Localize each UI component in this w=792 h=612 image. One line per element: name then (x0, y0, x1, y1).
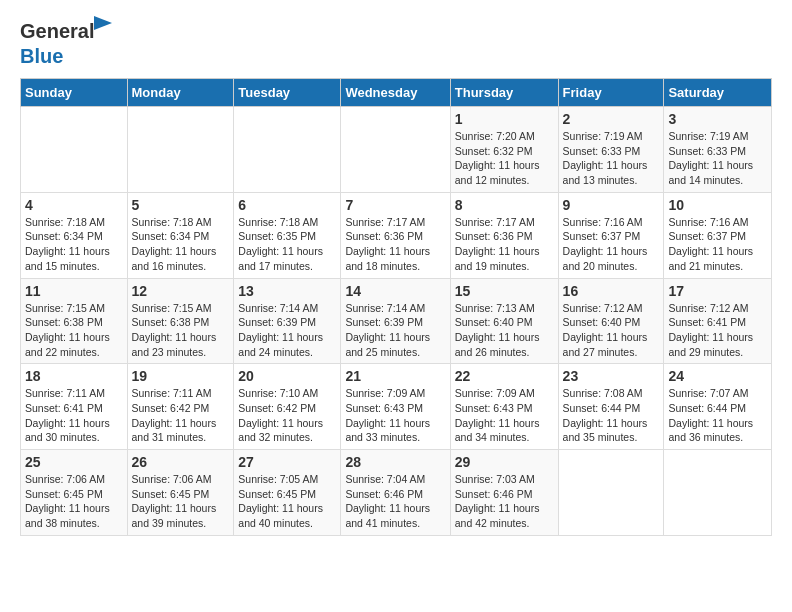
calendar-cell: 11Sunrise: 7:15 AM Sunset: 6:38 PM Dayli… (21, 278, 128, 364)
calendar-week-5: 25Sunrise: 7:06 AM Sunset: 6:45 PM Dayli… (21, 450, 772, 536)
calendar-cell: 13Sunrise: 7:14 AM Sunset: 6:39 PM Dayli… (234, 278, 341, 364)
day-info: Sunrise: 7:16 AM Sunset: 6:37 PM Dayligh… (563, 215, 660, 274)
day-info: Sunrise: 7:15 AM Sunset: 6:38 PM Dayligh… (25, 301, 123, 360)
day-number: 24 (668, 368, 767, 384)
day-info: Sunrise: 7:19 AM Sunset: 6:33 PM Dayligh… (668, 129, 767, 188)
day-info: Sunrise: 7:18 AM Sunset: 6:34 PM Dayligh… (132, 215, 230, 274)
svg-marker-0 (94, 16, 112, 30)
calendar-cell: 15Sunrise: 7:13 AM Sunset: 6:40 PM Dayli… (450, 278, 558, 364)
calendar-cell: 16Sunrise: 7:12 AM Sunset: 6:40 PM Dayli… (558, 278, 664, 364)
calendar-cell: 25Sunrise: 7:06 AM Sunset: 6:45 PM Dayli… (21, 450, 128, 536)
calendar-cell: 21Sunrise: 7:09 AM Sunset: 6:43 PM Dayli… (341, 364, 450, 450)
column-header-friday: Friday (558, 79, 664, 107)
calendar-cell: 4Sunrise: 7:18 AM Sunset: 6:34 PM Daylig… (21, 192, 128, 278)
day-number: 4 (25, 197, 123, 213)
day-number: 14 (345, 283, 445, 299)
day-number: 11 (25, 283, 123, 299)
day-number: 8 (455, 197, 554, 213)
day-number: 26 (132, 454, 230, 470)
column-header-sunday: Sunday (21, 79, 128, 107)
calendar-cell: 18Sunrise: 7:11 AM Sunset: 6:41 PM Dayli… (21, 364, 128, 450)
day-number: 1 (455, 111, 554, 127)
page-header: General Blue (20, 20, 772, 68)
day-info: Sunrise: 7:07 AM Sunset: 6:44 PM Dayligh… (668, 386, 767, 445)
day-number: 12 (132, 283, 230, 299)
calendar-cell: 29Sunrise: 7:03 AM Sunset: 6:46 PM Dayli… (450, 450, 558, 536)
day-info: Sunrise: 7:14 AM Sunset: 6:39 PM Dayligh… (345, 301, 445, 360)
day-info: Sunrise: 7:17 AM Sunset: 6:36 PM Dayligh… (455, 215, 554, 274)
calendar-cell: 2Sunrise: 7:19 AM Sunset: 6:33 PM Daylig… (558, 107, 664, 193)
day-number: 29 (455, 454, 554, 470)
column-header-monday: Monday (127, 79, 234, 107)
logo-general-text: General (20, 20, 94, 42)
day-info: Sunrise: 7:03 AM Sunset: 6:46 PM Dayligh… (455, 472, 554, 531)
day-number: 15 (455, 283, 554, 299)
day-number: 28 (345, 454, 445, 470)
calendar-cell: 8Sunrise: 7:17 AM Sunset: 6:36 PM Daylig… (450, 192, 558, 278)
calendar-cell: 6Sunrise: 7:18 AM Sunset: 6:35 PM Daylig… (234, 192, 341, 278)
calendar-cell: 3Sunrise: 7:19 AM Sunset: 6:33 PM Daylig… (664, 107, 772, 193)
column-header-thursday: Thursday (450, 79, 558, 107)
day-info: Sunrise: 7:04 AM Sunset: 6:46 PM Dayligh… (345, 472, 445, 531)
day-info: Sunrise: 7:18 AM Sunset: 6:34 PM Dayligh… (25, 215, 123, 274)
logo: General Blue (20, 20, 94, 68)
calendar-cell: 19Sunrise: 7:11 AM Sunset: 6:42 PM Dayli… (127, 364, 234, 450)
calendar-cell: 10Sunrise: 7:16 AM Sunset: 6:37 PM Dayli… (664, 192, 772, 278)
column-header-tuesday: Tuesday (234, 79, 341, 107)
day-info: Sunrise: 7:11 AM Sunset: 6:41 PM Dayligh… (25, 386, 123, 445)
day-number: 3 (668, 111, 767, 127)
day-info: Sunrise: 7:18 AM Sunset: 6:35 PM Dayligh… (238, 215, 336, 274)
logo-blue-text: Blue (20, 45, 63, 67)
calendar-header-row: SundayMondayTuesdayWednesdayThursdayFrid… (21, 79, 772, 107)
day-info: Sunrise: 7:15 AM Sunset: 6:38 PM Dayligh… (132, 301, 230, 360)
calendar-cell: 17Sunrise: 7:12 AM Sunset: 6:41 PM Dayli… (664, 278, 772, 364)
day-info: Sunrise: 7:08 AM Sunset: 6:44 PM Dayligh… (563, 386, 660, 445)
day-info: Sunrise: 7:13 AM Sunset: 6:40 PM Dayligh… (455, 301, 554, 360)
day-info: Sunrise: 7:09 AM Sunset: 6:43 PM Dayligh… (455, 386, 554, 445)
calendar-cell: 24Sunrise: 7:07 AM Sunset: 6:44 PM Dayli… (664, 364, 772, 450)
day-number: 7 (345, 197, 445, 213)
day-info: Sunrise: 7:10 AM Sunset: 6:42 PM Dayligh… (238, 386, 336, 445)
day-number: 6 (238, 197, 336, 213)
day-info: Sunrise: 7:05 AM Sunset: 6:45 PM Dayligh… (238, 472, 336, 531)
calendar-week-1: 1Sunrise: 7:20 AM Sunset: 6:32 PM Daylig… (21, 107, 772, 193)
calendar-cell (558, 450, 664, 536)
day-number: 13 (238, 283, 336, 299)
day-number: 5 (132, 197, 230, 213)
day-number: 9 (563, 197, 660, 213)
calendar-cell (234, 107, 341, 193)
day-info: Sunrise: 7:16 AM Sunset: 6:37 PM Dayligh… (668, 215, 767, 274)
day-info: Sunrise: 7:06 AM Sunset: 6:45 PM Dayligh… (25, 472, 123, 531)
calendar-cell: 7Sunrise: 7:17 AM Sunset: 6:36 PM Daylig… (341, 192, 450, 278)
calendar-cell: 27Sunrise: 7:05 AM Sunset: 6:45 PM Dayli… (234, 450, 341, 536)
day-number: 21 (345, 368, 445, 384)
day-number: 25 (25, 454, 123, 470)
day-number: 18 (25, 368, 123, 384)
day-number: 27 (238, 454, 336, 470)
column-header-wednesday: Wednesday (341, 79, 450, 107)
day-number: 17 (668, 283, 767, 299)
day-info: Sunrise: 7:11 AM Sunset: 6:42 PM Dayligh… (132, 386, 230, 445)
day-number: 16 (563, 283, 660, 299)
day-info: Sunrise: 7:06 AM Sunset: 6:45 PM Dayligh… (132, 472, 230, 531)
calendar-cell: 5Sunrise: 7:18 AM Sunset: 6:34 PM Daylig… (127, 192, 234, 278)
day-number: 19 (132, 368, 230, 384)
calendar-week-4: 18Sunrise: 7:11 AM Sunset: 6:41 PM Dayli… (21, 364, 772, 450)
day-number: 23 (563, 368, 660, 384)
day-number: 20 (238, 368, 336, 384)
column-header-saturday: Saturday (664, 79, 772, 107)
day-number: 2 (563, 111, 660, 127)
day-number: 22 (455, 368, 554, 384)
calendar-cell: 28Sunrise: 7:04 AM Sunset: 6:46 PM Dayli… (341, 450, 450, 536)
calendar-cell (341, 107, 450, 193)
calendar-cell (21, 107, 128, 193)
calendar-cell: 12Sunrise: 7:15 AM Sunset: 6:38 PM Dayli… (127, 278, 234, 364)
calendar-cell: 1Sunrise: 7:20 AM Sunset: 6:32 PM Daylig… (450, 107, 558, 193)
calendar-cell: 14Sunrise: 7:14 AM Sunset: 6:39 PM Dayli… (341, 278, 450, 364)
calendar-cell: 23Sunrise: 7:08 AM Sunset: 6:44 PM Dayli… (558, 364, 664, 450)
calendar-table: SundayMondayTuesdayWednesdayThursdayFrid… (20, 78, 772, 536)
day-info: Sunrise: 7:19 AM Sunset: 6:33 PM Dayligh… (563, 129, 660, 188)
day-info: Sunrise: 7:17 AM Sunset: 6:36 PM Dayligh… (345, 215, 445, 274)
day-info: Sunrise: 7:09 AM Sunset: 6:43 PM Dayligh… (345, 386, 445, 445)
logo-arrow-icon (94, 16, 112, 30)
